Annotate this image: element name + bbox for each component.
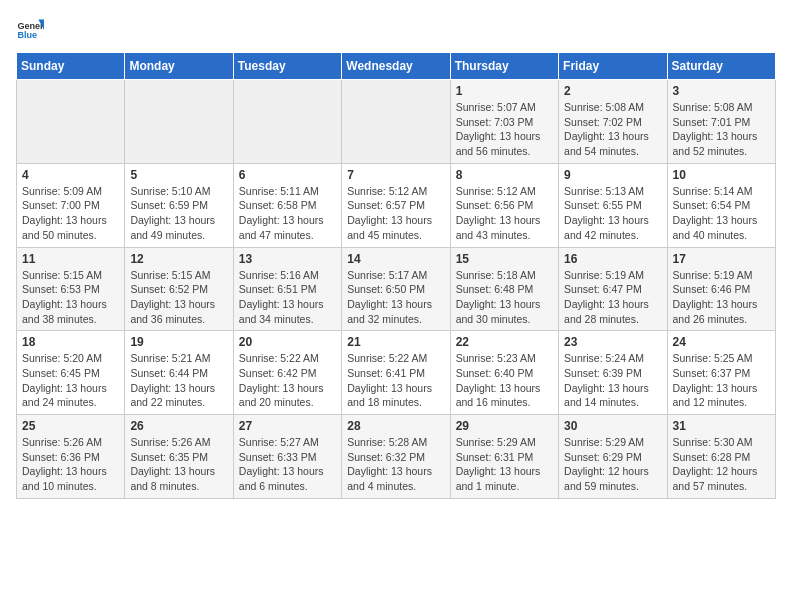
day-number: 24: [673, 335, 770, 349]
day-info: Sunrise: 5:07 AMSunset: 7:03 PMDaylight:…: [456, 100, 553, 159]
day-info: Sunrise: 5:10 AMSunset: 6:59 PMDaylight:…: [130, 184, 227, 243]
logo: General Blue: [16, 16, 44, 44]
day-number: 18: [22, 335, 119, 349]
day-number: 6: [239, 168, 336, 182]
day-info: Sunrise: 5:22 AMSunset: 6:41 PMDaylight:…: [347, 351, 444, 410]
day-number: 28: [347, 419, 444, 433]
calendar-cell: 12Sunrise: 5:15 AMSunset: 6:52 PMDayligh…: [125, 247, 233, 331]
day-info: Sunrise: 5:26 AMSunset: 6:35 PMDaylight:…: [130, 435, 227, 494]
day-number: 22: [456, 335, 553, 349]
day-number: 7: [347, 168, 444, 182]
day-number: 27: [239, 419, 336, 433]
day-number: 4: [22, 168, 119, 182]
day-info: Sunrise: 5:19 AMSunset: 6:47 PMDaylight:…: [564, 268, 661, 327]
calendar-cell: [17, 80, 125, 164]
day-number: 15: [456, 252, 553, 266]
calendar-cell: 4Sunrise: 5:09 AMSunset: 7:00 PMDaylight…: [17, 163, 125, 247]
day-number: 14: [347, 252, 444, 266]
calendar-cell: 16Sunrise: 5:19 AMSunset: 6:47 PMDayligh…: [559, 247, 667, 331]
day-number: 10: [673, 168, 770, 182]
calendar-cell: 13Sunrise: 5:16 AMSunset: 6:51 PMDayligh…: [233, 247, 341, 331]
calendar-cell: 5Sunrise: 5:10 AMSunset: 6:59 PMDaylight…: [125, 163, 233, 247]
calendar-cell: 18Sunrise: 5:20 AMSunset: 6:45 PMDayligh…: [17, 331, 125, 415]
day-info: Sunrise: 5:14 AMSunset: 6:54 PMDaylight:…: [673, 184, 770, 243]
calendar-cell: 28Sunrise: 5:28 AMSunset: 6:32 PMDayligh…: [342, 415, 450, 499]
calendar-cell: 17Sunrise: 5:19 AMSunset: 6:46 PMDayligh…: [667, 247, 775, 331]
calendar-cell: 11Sunrise: 5:15 AMSunset: 6:53 PMDayligh…: [17, 247, 125, 331]
day-info: Sunrise: 5:08 AMSunset: 7:01 PMDaylight:…: [673, 100, 770, 159]
calendar-header: SundayMondayTuesdayWednesdayThursdayFrid…: [17, 53, 776, 80]
day-info: Sunrise: 5:13 AMSunset: 6:55 PMDaylight:…: [564, 184, 661, 243]
weekday-header: Sunday: [17, 53, 125, 80]
calendar-cell: 3Sunrise: 5:08 AMSunset: 7:01 PMDaylight…: [667, 80, 775, 164]
day-number: 19: [130, 335, 227, 349]
day-number: 30: [564, 419, 661, 433]
day-info: Sunrise: 5:17 AMSunset: 6:50 PMDaylight:…: [347, 268, 444, 327]
calendar-cell: 9Sunrise: 5:13 AMSunset: 6:55 PMDaylight…: [559, 163, 667, 247]
weekday-header: Monday: [125, 53, 233, 80]
day-number: 20: [239, 335, 336, 349]
calendar-cell: [125, 80, 233, 164]
svg-text:Blue: Blue: [17, 30, 37, 40]
day-number: 21: [347, 335, 444, 349]
calendar-cell: 7Sunrise: 5:12 AMSunset: 6:57 PMDaylight…: [342, 163, 450, 247]
day-number: 11: [22, 252, 119, 266]
day-info: Sunrise: 5:23 AMSunset: 6:40 PMDaylight:…: [456, 351, 553, 410]
day-info: Sunrise: 5:09 AMSunset: 7:00 PMDaylight:…: [22, 184, 119, 243]
calendar-cell: 14Sunrise: 5:17 AMSunset: 6:50 PMDayligh…: [342, 247, 450, 331]
day-number: 9: [564, 168, 661, 182]
day-info: Sunrise: 5:29 AMSunset: 6:29 PMDaylight:…: [564, 435, 661, 494]
day-info: Sunrise: 5:15 AMSunset: 6:52 PMDaylight:…: [130, 268, 227, 327]
calendar-cell: 27Sunrise: 5:27 AMSunset: 6:33 PMDayligh…: [233, 415, 341, 499]
calendar-cell: 30Sunrise: 5:29 AMSunset: 6:29 PMDayligh…: [559, 415, 667, 499]
day-number: 17: [673, 252, 770, 266]
day-info: Sunrise: 5:26 AMSunset: 6:36 PMDaylight:…: [22, 435, 119, 494]
day-info: Sunrise: 5:21 AMSunset: 6:44 PMDaylight:…: [130, 351, 227, 410]
calendar-table: SundayMondayTuesdayWednesdayThursdayFrid…: [16, 52, 776, 499]
weekday-header: Wednesday: [342, 53, 450, 80]
day-info: Sunrise: 5:27 AMSunset: 6:33 PMDaylight:…: [239, 435, 336, 494]
weekday-header: Saturday: [667, 53, 775, 80]
calendar-cell: 15Sunrise: 5:18 AMSunset: 6:48 PMDayligh…: [450, 247, 558, 331]
day-number: 25: [22, 419, 119, 433]
calendar-cell: 10Sunrise: 5:14 AMSunset: 6:54 PMDayligh…: [667, 163, 775, 247]
calendar-cell: 19Sunrise: 5:21 AMSunset: 6:44 PMDayligh…: [125, 331, 233, 415]
day-info: Sunrise: 5:30 AMSunset: 6:28 PMDaylight:…: [673, 435, 770, 494]
calendar-cell: 2Sunrise: 5:08 AMSunset: 7:02 PMDaylight…: [559, 80, 667, 164]
day-info: Sunrise: 5:24 AMSunset: 6:39 PMDaylight:…: [564, 351, 661, 410]
calendar-cell: 31Sunrise: 5:30 AMSunset: 6:28 PMDayligh…: [667, 415, 775, 499]
calendar-cell: 20Sunrise: 5:22 AMSunset: 6:42 PMDayligh…: [233, 331, 341, 415]
day-info: Sunrise: 5:29 AMSunset: 6:31 PMDaylight:…: [456, 435, 553, 494]
day-number: 8: [456, 168, 553, 182]
calendar-cell: 24Sunrise: 5:25 AMSunset: 6:37 PMDayligh…: [667, 331, 775, 415]
day-info: Sunrise: 5:28 AMSunset: 6:32 PMDaylight:…: [347, 435, 444, 494]
day-info: Sunrise: 5:15 AMSunset: 6:53 PMDaylight:…: [22, 268, 119, 327]
day-info: Sunrise: 5:18 AMSunset: 6:48 PMDaylight:…: [456, 268, 553, 327]
page-header: General Blue: [16, 16, 776, 44]
day-info: Sunrise: 5:11 AMSunset: 6:58 PMDaylight:…: [239, 184, 336, 243]
day-info: Sunrise: 5:12 AMSunset: 6:57 PMDaylight:…: [347, 184, 444, 243]
day-number: 16: [564, 252, 661, 266]
day-info: Sunrise: 5:16 AMSunset: 6:51 PMDaylight:…: [239, 268, 336, 327]
day-number: 12: [130, 252, 227, 266]
calendar-cell: 21Sunrise: 5:22 AMSunset: 6:41 PMDayligh…: [342, 331, 450, 415]
calendar-cell: [342, 80, 450, 164]
day-number: 1: [456, 84, 553, 98]
weekday-header: Tuesday: [233, 53, 341, 80]
day-number: 31: [673, 419, 770, 433]
calendar-cell: 6Sunrise: 5:11 AMSunset: 6:58 PMDaylight…: [233, 163, 341, 247]
day-number: 26: [130, 419, 227, 433]
calendar-cell: 23Sunrise: 5:24 AMSunset: 6:39 PMDayligh…: [559, 331, 667, 415]
logo-icon: General Blue: [16, 16, 44, 44]
day-info: Sunrise: 5:19 AMSunset: 6:46 PMDaylight:…: [673, 268, 770, 327]
calendar-cell: 25Sunrise: 5:26 AMSunset: 6:36 PMDayligh…: [17, 415, 125, 499]
day-info: Sunrise: 5:25 AMSunset: 6:37 PMDaylight:…: [673, 351, 770, 410]
calendar-cell: 8Sunrise: 5:12 AMSunset: 6:56 PMDaylight…: [450, 163, 558, 247]
calendar-cell: 22Sunrise: 5:23 AMSunset: 6:40 PMDayligh…: [450, 331, 558, 415]
calendar-cell: 29Sunrise: 5:29 AMSunset: 6:31 PMDayligh…: [450, 415, 558, 499]
day-number: 23: [564, 335, 661, 349]
calendar-cell: 26Sunrise: 5:26 AMSunset: 6:35 PMDayligh…: [125, 415, 233, 499]
day-info: Sunrise: 5:22 AMSunset: 6:42 PMDaylight:…: [239, 351, 336, 410]
weekday-header: Thursday: [450, 53, 558, 80]
calendar-cell: 1Sunrise: 5:07 AMSunset: 7:03 PMDaylight…: [450, 80, 558, 164]
